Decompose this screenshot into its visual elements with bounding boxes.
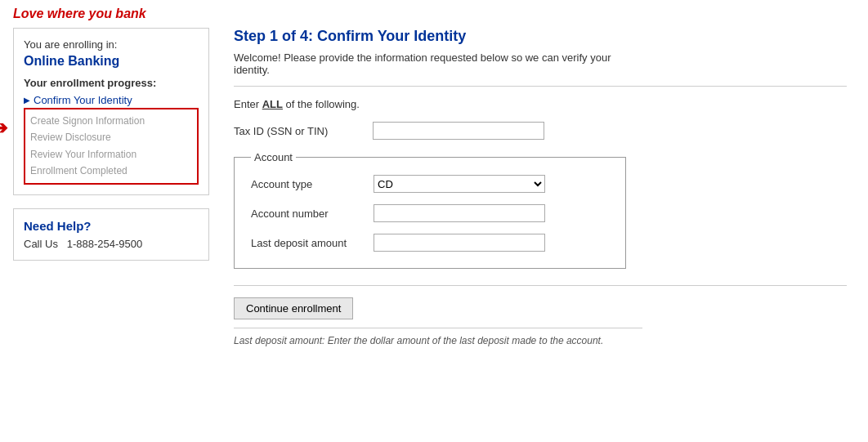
active-step-label: Confirm Your Identity <box>34 94 132 106</box>
account-number-row: Account number <box>251 204 609 222</box>
red-arrow-icon: ➔ <box>0 118 7 139</box>
inactive-step-3: Review Your Information <box>30 146 192 163</box>
top-divider <box>234 86 847 87</box>
inactive-step-1: Create Signon Information <box>30 113 192 129</box>
enter-all-bold: ALL <box>262 98 283 110</box>
tax-id-label: Tax ID (SSN or TIN) <box>234 125 365 137</box>
bottom-divider <box>234 285 847 286</box>
enrollment-box: You are enrolling in: Online Banking You… <box>13 28 209 195</box>
account-number-label: Account number <box>251 208 365 220</box>
enter-all-label: Enter ALL of the following. <box>234 98 847 110</box>
progress-label: Your enrollment progress: <box>24 77 199 89</box>
account-legend: Account <box>251 151 296 163</box>
enter-all-prefix: Enter <box>234 98 262 110</box>
tax-id-row: Tax ID (SSN or TIN) <box>234 122 847 140</box>
enter-all-suffix: of the following. <box>283 98 360 110</box>
account-fieldset: Account Account type CD Checking Savings… <box>234 151 626 269</box>
logo: Love where you bank <box>0 0 868 28</box>
last-deposit-input[interactable] <box>374 234 545 252</box>
continue-enrollment-button[interactable]: Continue enrollment <box>234 297 353 319</box>
help-phone-number: 1-888-254-9500 <box>67 238 143 250</box>
help-phone: Call Us 1-888-254-9500 <box>24 238 199 250</box>
account-type-select[interactable]: CD Checking Savings <box>374 175 545 193</box>
inactive-steps-box: ➔ Create Signon Information Review Discl… <box>24 108 199 185</box>
help-box: Need Help? Call Us 1-888-254-9500 <box>13 208 209 261</box>
account-type-label: Account type <box>251 178 365 190</box>
bottom-note: Last deposit amount: Enter the dollar am… <box>234 328 642 346</box>
last-deposit-label: Last deposit amount <box>251 237 365 249</box>
help-title: Need Help? <box>24 219 199 233</box>
active-step: Confirm Your Identity <box>24 94 199 106</box>
enrolling-label: You are enrolling in: <box>24 38 199 51</box>
inactive-step-4: Enrollment Completed <box>30 163 192 179</box>
tax-id-input[interactable] <box>373 122 544 140</box>
account-number-input[interactable] <box>374 204 545 222</box>
page-title: Step 1 of 4: Confirm Your Identity <box>234 28 847 45</box>
inactive-step-2: Review Disclosure <box>30 129 192 145</box>
enrolling-title: Online Banking <box>24 54 199 69</box>
account-type-row: Account type CD Checking Savings <box>251 175 609 193</box>
help-phone-label: Call Us <box>24 238 58 250</box>
last-deposit-row: Last deposit amount <box>251 234 609 252</box>
sidebar: You are enrolling in: Online Banking You… <box>13 28 209 423</box>
page-subtitle: Welcome! Please provide the information … <box>234 51 642 76</box>
main-content: Step 1 of 4: Confirm Your Identity Welco… <box>226 28 855 423</box>
logo-text: Love where you bank <box>13 7 146 20</box>
